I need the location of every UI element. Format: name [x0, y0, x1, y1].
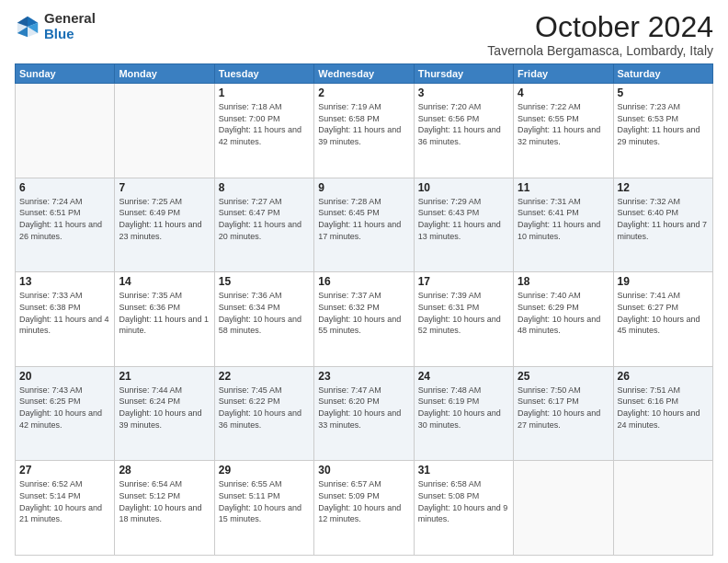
day-info: Sunrise: 7:32 AMSunset: 6:40 PMDaylight:…: [618, 196, 709, 242]
col-thursday: Thursday: [414, 64, 513, 84]
day-number: 12: [618, 181, 709, 194]
day-info: Sunrise: 7:18 AMSunset: 7:00 PMDaylight:…: [219, 101, 310, 147]
day-number: 28: [119, 464, 210, 477]
day-number: 17: [418, 275, 509, 288]
day-info: Sunrise: 7:35 AMSunset: 6:36 PMDaylight:…: [119, 290, 210, 336]
day-info: Sunrise: 7:19 AMSunset: 6:58 PMDaylight:…: [318, 101, 409, 147]
col-sunday: Sunday: [16, 64, 115, 84]
day-number: 3: [418, 86, 509, 99]
day-number: 18: [518, 275, 609, 288]
day-number: 20: [19, 370, 110, 383]
day-number: 24: [418, 370, 509, 383]
day-number: 26: [618, 370, 709, 383]
day-number: 21: [119, 370, 210, 383]
day-info: Sunrise: 6:55 AMSunset: 5:11 PMDaylight:…: [219, 478, 310, 524]
logo-icon: [15, 14, 40, 40]
day-number: 8: [219, 181, 310, 194]
day-number: 4: [518, 86, 609, 99]
day-number: 16: [318, 275, 409, 288]
table-row: 28Sunrise: 6:54 AMSunset: 5:12 PMDayligh…: [115, 461, 214, 556]
table-row: 20Sunrise: 7:43 AMSunset: 6:25 PMDayligh…: [16, 366, 115, 461]
day-info: Sunrise: 7:43 AMSunset: 6:25 PMDaylight:…: [19, 385, 110, 431]
day-number: 15: [219, 275, 310, 288]
day-number: 31: [418, 464, 509, 477]
day-info: Sunrise: 7:39 AMSunset: 6:31 PMDaylight:…: [418, 290, 509, 336]
table-row: 13Sunrise: 7:33 AMSunset: 6:38 PMDayligh…: [16, 272, 115, 367]
day-info: Sunrise: 7:25 AMSunset: 6:49 PMDaylight:…: [119, 196, 210, 242]
col-tuesday: Tuesday: [214, 64, 313, 84]
table-row: 14Sunrise: 7:35 AMSunset: 6:36 PMDayligh…: [115, 272, 214, 367]
table-row: 5Sunrise: 7:23 AMSunset: 6:53 PMDaylight…: [613, 84, 712, 178]
table-row: 30Sunrise: 6:57 AMSunset: 5:09 PMDayligh…: [314, 461, 414, 556]
page: General Blue October 2024 Tavernola Berg…: [0, 0, 728, 563]
day-number: 6: [19, 181, 110, 194]
col-wednesday: Wednesday: [314, 64, 414, 84]
day-number: 29: [219, 464, 310, 477]
logo-general: General: [44, 10, 96, 26]
day-info: Sunrise: 6:52 AMSunset: 5:14 PMDaylight:…: [19, 478, 110, 524]
table-row: 7Sunrise: 7:25 AMSunset: 6:49 PMDaylight…: [115, 178, 214, 272]
calendar-title: October 2024: [487, 11, 713, 43]
calendar-week-row: 27Sunrise: 6:52 AMSunset: 5:14 PMDayligh…: [16, 461, 713, 556]
table-row: 29Sunrise: 6:55 AMSunset: 5:11 PMDayligh…: [214, 461, 313, 556]
day-number: 13: [19, 275, 110, 288]
table-row: 31Sunrise: 6:58 AMSunset: 5:08 PMDayligh…: [414, 461, 513, 556]
day-info: Sunrise: 6:57 AMSunset: 5:09 PMDaylight:…: [318, 478, 409, 524]
table-row: 4Sunrise: 7:22 AMSunset: 6:55 PMDaylight…: [514, 84, 613, 178]
table-row: 22Sunrise: 7:45 AMSunset: 6:22 PMDayligh…: [214, 366, 313, 461]
day-info: Sunrise: 7:22 AMSunset: 6:55 PMDaylight:…: [518, 101, 609, 147]
day-info: Sunrise: 7:37 AMSunset: 6:32 PMDaylight:…: [318, 290, 409, 336]
col-friday: Friday: [514, 64, 613, 84]
header: General Blue October 2024 Tavernola Berg…: [15, 11, 713, 58]
table-row: 6Sunrise: 7:24 AMSunset: 6:51 PMDaylight…: [16, 178, 115, 272]
day-number: 14: [119, 275, 210, 288]
calendar-week-row: 1Sunrise: 7:18 AMSunset: 7:00 PMDaylight…: [16, 84, 713, 178]
table-row: 25Sunrise: 7:50 AMSunset: 6:17 PMDayligh…: [514, 366, 613, 461]
logo: General Blue: [15, 11, 96, 41]
logo-text: General Blue: [44, 11, 96, 41]
day-info: Sunrise: 7:36 AMSunset: 6:34 PMDaylight:…: [219, 290, 310, 336]
table-row: 16Sunrise: 7:37 AMSunset: 6:32 PMDayligh…: [314, 272, 414, 367]
day-number: 22: [219, 370, 310, 383]
day-number: 25: [518, 370, 609, 383]
day-info: Sunrise: 7:31 AMSunset: 6:41 PMDaylight:…: [518, 196, 609, 242]
col-saturday: Saturday: [613, 64, 712, 84]
day-info: Sunrise: 7:20 AMSunset: 6:56 PMDaylight:…: [418, 101, 509, 147]
table-row: 23Sunrise: 7:47 AMSunset: 6:20 PMDayligh…: [314, 366, 414, 461]
table-row: 3Sunrise: 7:20 AMSunset: 6:56 PMDaylight…: [414, 84, 513, 178]
table-row: 10Sunrise: 7:29 AMSunset: 6:43 PMDayligh…: [414, 178, 513, 272]
table-row: 18Sunrise: 7:40 AMSunset: 6:29 PMDayligh…: [514, 272, 613, 367]
calendar-week-row: 6Sunrise: 7:24 AMSunset: 6:51 PMDaylight…: [16, 178, 713, 272]
table-row: 21Sunrise: 7:44 AMSunset: 6:24 PMDayligh…: [115, 366, 214, 461]
day-number: 23: [318, 370, 409, 383]
day-number: 11: [518, 181, 609, 194]
day-info: Sunrise: 7:47 AMSunset: 6:20 PMDaylight:…: [318, 385, 409, 431]
table-row: 1Sunrise: 7:18 AMSunset: 7:00 PMDaylight…: [214, 84, 313, 178]
day-info: Sunrise: 7:33 AMSunset: 6:38 PMDaylight:…: [19, 290, 110, 336]
day-number: 10: [418, 181, 509, 194]
table-row: 9Sunrise: 7:28 AMSunset: 6:45 PMDaylight…: [314, 178, 414, 272]
day-info: Sunrise: 7:44 AMSunset: 6:24 PMDaylight:…: [119, 385, 210, 431]
calendar-subtitle: Tavernola Bergamasca, Lombardy, Italy: [487, 43, 713, 58]
day-info: Sunrise: 6:58 AMSunset: 5:08 PMDaylight:…: [418, 478, 509, 524]
logo-blue: Blue: [44, 26, 74, 41]
day-number: 9: [318, 181, 409, 194]
table-row: 11Sunrise: 7:31 AMSunset: 6:41 PMDayligh…: [514, 178, 613, 272]
day-info: Sunrise: 7:28 AMSunset: 6:45 PMDaylight:…: [318, 196, 409, 242]
table-row: [613, 461, 712, 556]
day-info: Sunrise: 7:24 AMSunset: 6:51 PMDaylight:…: [19, 196, 110, 242]
day-info: Sunrise: 7:48 AMSunset: 6:19 PMDaylight:…: [418, 385, 509, 431]
table-row: [514, 461, 613, 556]
table-row: 19Sunrise: 7:41 AMSunset: 6:27 PMDayligh…: [613, 272, 712, 367]
day-number: 30: [318, 464, 409, 477]
day-info: Sunrise: 7:23 AMSunset: 6:53 PMDaylight:…: [618, 101, 709, 147]
day-info: Sunrise: 7:40 AMSunset: 6:29 PMDaylight:…: [518, 290, 609, 336]
table-row: [16, 84, 115, 178]
day-number: 7: [119, 181, 210, 194]
table-row: 24Sunrise: 7:48 AMSunset: 6:19 PMDayligh…: [414, 366, 513, 461]
day-number: 2: [318, 86, 409, 99]
day-info: Sunrise: 6:54 AMSunset: 5:12 PMDaylight:…: [119, 478, 210, 524]
table-row: 27Sunrise: 6:52 AMSunset: 5:14 PMDayligh…: [16, 461, 115, 556]
table-row: 17Sunrise: 7:39 AMSunset: 6:31 PMDayligh…: [414, 272, 513, 367]
table-row: 15Sunrise: 7:36 AMSunset: 6:34 PMDayligh…: [214, 272, 313, 367]
